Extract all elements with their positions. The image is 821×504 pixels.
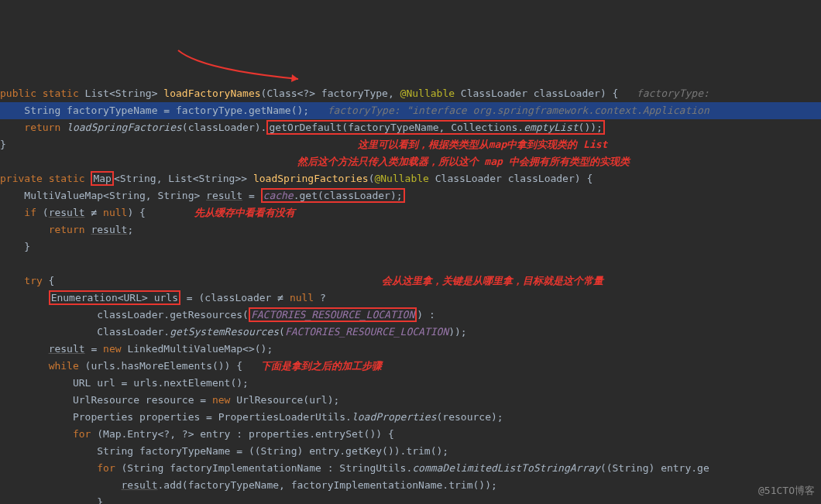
- highlight-box: Enumeration<URL> urls: [49, 290, 180, 305]
- highlight-box: FACTORIES_RESOURCE_LOCATION: [249, 307, 417, 322]
- code-line: for (String factoryImplementationName : …: [0, 462, 709, 474]
- code-line: return loadSpringFactories(classLoader).…: [0, 120, 605, 135]
- code-line: try { 会从这里拿，关键是从哪里拿，目标就是这个常量: [0, 275, 603, 286]
- watermark: @51CTO博客: [758, 482, 815, 499]
- code-line: result = new LinkedMultiValueMap<>();: [0, 343, 273, 355]
- code-line: result.add(factoryTypeName, factoryImple…: [0, 479, 497, 491]
- code-line: }: [0, 496, 103, 504]
- code-line: }: [0, 241, 30, 252]
- annotation: 下面是拿到之后的加工步骤: [261, 360, 382, 372]
- annotation: 会从这里拿，关键是从哪里拿，目标就是这个常量: [382, 275, 603, 286]
- code-line: while (urls.hasMoreElements()) { 下面是拿到之后…: [0, 360, 382, 372]
- code-line: ClassLoader.getSystemResources(FACTORIES…: [0, 326, 467, 338]
- code-line: for (Map.Entry<?, ?> entry : properties.…: [0, 428, 394, 440]
- code-line: return result;: [0, 224, 133, 235]
- highlight-box: Map: [91, 171, 113, 186]
- code-line: String factoryTypeName = ((String) entry…: [0, 445, 448, 457]
- code-line: UrlResource resource = new UrlResource(u…: [0, 394, 339, 406]
- code-line: public static List<String> loadFactoryNa…: [0, 87, 709, 99]
- code-line: if (result ≠ null) { 先从缓存中看看有没有: [0, 207, 295, 218]
- annotation: 先从缓存中看看有没有: [194, 207, 295, 218]
- code-line: MultiValueMap<String, String> result = c…: [0, 188, 405, 203]
- code-line: }: [0, 139, 6, 150]
- code-line: private static Map<String, List<String>>…: [0, 171, 593, 186]
- code-line: classLoader.getResources(FACTORIES_RESOU…: [0, 307, 435, 322]
- code-line: Properties properties = PropertiesLoader…: [0, 411, 503, 423]
- code-line: URL url = urls.nextElement();: [0, 377, 249, 389]
- highlight-box: cache.get(classLoader);: [261, 188, 405, 203]
- annotation: 然后这个方法只传入类加载器，所以这个 map 中会拥有所有类型的实现类: [297, 156, 630, 167]
- annotation: 这里可以看到，根据类类型从map中拿到实现类的 List: [358, 139, 608, 150]
- highlight-box: getOrDefault(factoryTypeName, Collection…: [266, 120, 605, 135]
- code-editor[interactable]: public static List<String> loadFactoryNa…: [0, 68, 821, 504]
- code-line: Enumeration<URL> urls = (classLoader ≠ n…: [0, 290, 326, 305]
- highlighted-line: String factoryTypeName = factoryType.get…: [0, 102, 821, 119]
